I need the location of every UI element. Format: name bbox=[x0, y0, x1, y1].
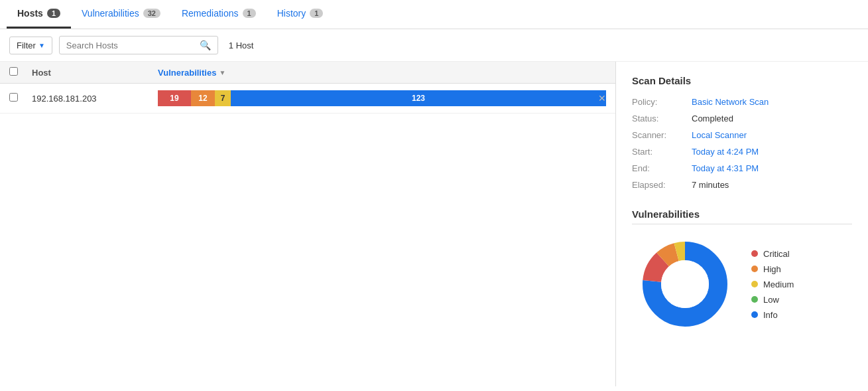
tab-remediations[interactable]: Remediations 1 bbox=[171, 0, 267, 29]
critical-bar: 19 bbox=[158, 90, 191, 106]
vulnerabilities-column-header[interactable]: Vulnerabilities ▼ bbox=[158, 68, 606, 78]
elapsed-value: 7 minutes bbox=[692, 180, 729, 190]
legend-high: High bbox=[751, 264, 794, 274]
policy-value[interactable]: Basic Network Scan bbox=[692, 97, 769, 107]
filter-label: Filter bbox=[17, 40, 36, 50]
policy-row: Policy: Basic Network Scan bbox=[632, 97, 852, 107]
high-dot bbox=[751, 266, 758, 272]
start-value: Today at 4:24 PM bbox=[692, 147, 759, 157]
tab-hosts-label: Hosts bbox=[17, 8, 43, 19]
table-row: 192.168.181.203 19 12 7 123 ✕ bbox=[0, 84, 615, 114]
scanner-value[interactable]: Local Scanner bbox=[692, 130, 747, 140]
tab-remediations-label: Remediations bbox=[182, 8, 239, 19]
legend-low: Low bbox=[751, 295, 794, 305]
legend-info: Info bbox=[751, 310, 794, 320]
remove-row-button[interactable]: ✕ bbox=[594, 92, 610, 105]
legend-critical: Critical bbox=[751, 249, 794, 259]
donut-chart bbox=[632, 231, 738, 337]
policy-label: Policy: bbox=[632, 97, 685, 107]
chart-area: Critical High Medium Low bbox=[632, 231, 852, 337]
main-content: Host Vulnerabilities ▼ 192.168.181.203 1… bbox=[0, 62, 868, 386]
header-checkbox-col bbox=[9, 67, 25, 78]
tab-remediations-badge: 1 bbox=[243, 9, 256, 18]
filter-arrow-icon: ▼ bbox=[38, 42, 45, 49]
start-row: Start: Today at 4:24 PM bbox=[632, 147, 852, 157]
info-bar: 123 bbox=[231, 90, 606, 106]
end-row: End: Today at 4:31 PM bbox=[632, 163, 852, 173]
search-input[interactable] bbox=[66, 40, 200, 50]
info-legend-label: Info bbox=[763, 310, 778, 320]
high-legend-label: High bbox=[763, 264, 781, 274]
svg-point-4 bbox=[661, 260, 709, 308]
medium-dot bbox=[751, 281, 758, 287]
tab-hosts-badge: 1 bbox=[47, 9, 60, 18]
critical-dot bbox=[751, 250, 758, 257]
toolbar: Filter ▼ 🔍 1 Host bbox=[0, 29, 868, 62]
row-checkbox[interactable] bbox=[9, 93, 18, 102]
tab-history-label: History bbox=[277, 8, 306, 19]
host-column-header: Host bbox=[32, 68, 151, 78]
scanner-row: Scanner: Local Scanner bbox=[632, 130, 852, 140]
row-host-ip[interactable]: 192.168.181.203 bbox=[32, 94, 151, 104]
chart-legend: Critical High Medium Low bbox=[751, 249, 794, 320]
tab-hosts[interactable]: Hosts 1 bbox=[7, 0, 71, 29]
status-label: Status: bbox=[632, 114, 685, 123]
search-box[interactable]: 🔍 bbox=[59, 36, 218, 54]
info-dot bbox=[751, 311, 758, 318]
status-row: Status: Completed bbox=[632, 114, 852, 123]
low-dot bbox=[751, 296, 758, 303]
sort-icon: ▼ bbox=[219, 69, 225, 76]
end-value: Today at 4:31 PM bbox=[692, 163, 759, 173]
end-label: End: bbox=[632, 163, 685, 173]
critical-legend-label: Critical bbox=[763, 249, 790, 259]
start-label: Start: bbox=[632, 147, 685, 157]
select-all-checkbox[interactable] bbox=[9, 67, 18, 76]
high-bar: 12 bbox=[191, 90, 215, 106]
scan-details-panel: Scan Details Policy: Basic Network Scan … bbox=[616, 62, 868, 386]
search-icon: 🔍 bbox=[200, 40, 211, 50]
vulnerabilities-section: Vulnerabilities bbox=[632, 208, 852, 337]
tab-history-badge: 1 bbox=[310, 9, 323, 18]
elapsed-label: Elapsed: bbox=[632, 180, 685, 190]
vulnerabilities-chart-title: Vulnerabilities bbox=[632, 208, 852, 224]
elapsed-row: Elapsed: 7 minutes bbox=[632, 180, 852, 190]
medium-legend-label: Medium bbox=[763, 279, 794, 289]
vuln-bar: 19 12 7 123 bbox=[158, 90, 606, 106]
tab-vulnerabilities-label: Vulnerabilities bbox=[82, 8, 139, 19]
low-legend-label: Low bbox=[763, 295, 779, 305]
tab-bar: Hosts 1 Vulnerabilities 32 Remediations … bbox=[0, 0, 868, 29]
tab-vulnerabilities-badge: 32 bbox=[143, 9, 160, 18]
tab-history[interactable]: History 1 bbox=[267, 0, 334, 29]
scanner-label: Scanner: bbox=[632, 130, 685, 140]
filter-button[interactable]: Filter ▼ bbox=[9, 37, 52, 54]
medium-bar: 7 bbox=[215, 90, 231, 106]
scan-details-title: Scan Details bbox=[632, 75, 852, 86]
table-area: Host Vulnerabilities ▼ 192.168.181.203 1… bbox=[0, 62, 616, 386]
status-value: Completed bbox=[692, 114, 733, 123]
tab-vulnerabilities[interactable]: Vulnerabilities 32 bbox=[71, 0, 171, 29]
row-checkbox-col bbox=[9, 93, 25, 104]
legend-medium: Medium bbox=[751, 279, 794, 289]
vuln-col-label: Vulnerabilities bbox=[158, 68, 216, 78]
host-count: 1 Host bbox=[229, 40, 254, 50]
table-header: Host Vulnerabilities ▼ bbox=[0, 62, 615, 84]
